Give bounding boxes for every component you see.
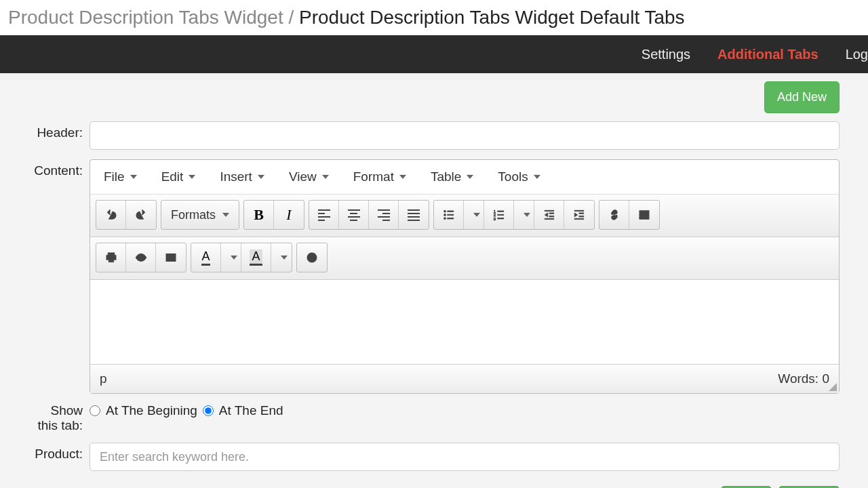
editor-content-area[interactable] <box>90 280 839 365</box>
svg-point-4 <box>443 218 446 220</box>
undo-button[interactable] <box>96 201 126 229</box>
svg-rect-16 <box>545 218 554 220</box>
svg-rect-9 <box>497 214 503 216</box>
svg-rect-17 <box>574 210 584 211</box>
numbered-list-button[interactable]: 123 <box>484 201 514 229</box>
footer-buttons: Save Cancel <box>0 481 868 488</box>
header-input[interactable] <box>90 121 840 150</box>
radio-at-end[interactable] <box>203 405 214 416</box>
chevron-down-icon <box>130 175 137 179</box>
content-editor: File Edit Insert View Format Table Tools… <box>90 159 840 394</box>
bold-button[interactable]: B <box>244 201 274 229</box>
nav-additional-tabs[interactable]: Additional Tabs <box>704 47 832 62</box>
editor-toolbar-row-1: Formats B I 123 <box>90 195 839 237</box>
svg-rect-15 <box>549 216 554 218</box>
menu-insert[interactable]: Insert <box>214 167 270 187</box>
svg-rect-14 <box>549 213 554 214</box>
show-tab-label: Showthis tab: <box>19 403 90 433</box>
menu-table[interactable]: Table <box>425 167 479 187</box>
editor-menubar: File Edit Insert View Format Table Tools <box>90 160 839 195</box>
breadcrumb-current: Product Description Tabs Widget Default … <box>299 7 685 28</box>
align-left-button[interactable] <box>309 201 339 229</box>
svg-point-32 <box>313 256 314 258</box>
menu-view[interactable]: View <box>283 167 334 187</box>
add-new-row: Add New <box>0 73 868 121</box>
radio-at-beginning-label[interactable]: At The Begining <box>106 403 197 418</box>
chevron-down-icon <box>467 175 473 179</box>
emoji-button[interactable] <box>297 243 327 272</box>
breadcrumb: Product Description Tabs Widget / Produc… <box>0 0 868 35</box>
chevron-down-icon <box>399 175 406 179</box>
media-button[interactable] <box>156 243 186 272</box>
svg-rect-11 <box>497 218 503 220</box>
align-justify-button[interactable] <box>399 201 429 229</box>
nav-log[interactable]: Log <box>832 47 868 62</box>
svg-point-30 <box>307 253 317 262</box>
svg-point-31 <box>310 256 311 258</box>
svg-rect-12 <box>545 210 554 211</box>
svg-marker-18 <box>574 213 578 217</box>
resize-handle-icon[interactable] <box>829 383 837 391</box>
breadcrumb-sep: / <box>283 7 299 28</box>
chevron-down-icon <box>258 175 264 179</box>
top-nav: Settings Additional Tabs Log <box>0 35 868 73</box>
svg-text:3: 3 <box>493 217 496 221</box>
svg-point-23 <box>642 213 644 215</box>
svg-rect-7 <box>497 211 503 212</box>
radio-at-beginning[interactable] <box>90 405 100 416</box>
menu-tools[interactable]: Tools <box>492 167 545 187</box>
bullet-list-button[interactable] <box>434 201 464 229</box>
menu-file[interactable]: File <box>98 167 142 187</box>
chevron-down-icon <box>534 175 540 179</box>
menu-format[interactable]: Format <box>348 167 412 187</box>
numbered-list-dropdown[interactable] <box>514 201 534 229</box>
bullet-list-dropdown[interactable] <box>464 201 484 229</box>
redo-button[interactable] <box>126 201 156 229</box>
svg-rect-1 <box>447 211 453 212</box>
indent-button[interactable] <box>564 201 594 229</box>
editor-path: p <box>100 371 107 386</box>
align-center-button[interactable] <box>339 201 369 229</box>
align-right-button[interactable] <box>369 201 399 229</box>
chevron-down-icon <box>281 256 288 260</box>
header-label: Header: <box>19 121 90 150</box>
svg-rect-26 <box>108 259 114 262</box>
chevron-down-icon <box>222 213 229 217</box>
chevron-down-icon <box>524 213 530 217</box>
italic-button[interactable]: I <box>274 201 304 229</box>
svg-point-2 <box>443 214 446 216</box>
editor-statusbar: p Words: 0 <box>90 365 839 393</box>
radio-at-end-label[interactable]: At The End <box>219 403 283 418</box>
add-new-button[interactable]: Add New <box>764 81 840 113</box>
chevron-down-icon <box>322 175 329 179</box>
svg-marker-13 <box>545 213 548 217</box>
svg-point-0 <box>443 210 446 212</box>
svg-rect-3 <box>447 214 453 216</box>
outdent-button[interactable] <box>534 201 564 229</box>
menu-edit[interactable]: Edit <box>156 167 201 187</box>
svg-rect-19 <box>579 213 584 214</box>
link-button[interactable] <box>599 201 629 229</box>
text-color-button[interactable]: A <box>191 243 221 272</box>
chevron-down-icon <box>189 175 195 179</box>
print-button[interactable] <box>96 243 126 272</box>
preview-button[interactable] <box>126 243 156 272</box>
svg-rect-21 <box>574 218 584 220</box>
nav-settings[interactable]: Settings <box>628 47 704 62</box>
breadcrumb-parent[interactable]: Product Description Tabs Widget <box>8 7 283 28</box>
svg-rect-20 <box>579 216 584 218</box>
background-color-button[interactable]: A <box>241 243 271 272</box>
chevron-down-icon <box>231 256 237 260</box>
background-color-dropdown[interactable] <box>271 243 292 272</box>
svg-rect-5 <box>447 218 453 220</box>
svg-point-27 <box>139 256 142 260</box>
content-label: Content: <box>19 159 90 394</box>
editor-word-count: Words: 0 <box>778 371 829 386</box>
formats-dropdown[interactable]: Formats <box>161 201 239 229</box>
chevron-down-icon <box>473 213 480 217</box>
editor-toolbar-row-2: A A <box>90 237 839 280</box>
text-color-dropdown[interactable] <box>221 243 241 272</box>
image-button[interactable] <box>629 201 659 229</box>
product-label: Product: <box>19 443 90 471</box>
product-search-input[interactable] <box>90 443 840 471</box>
